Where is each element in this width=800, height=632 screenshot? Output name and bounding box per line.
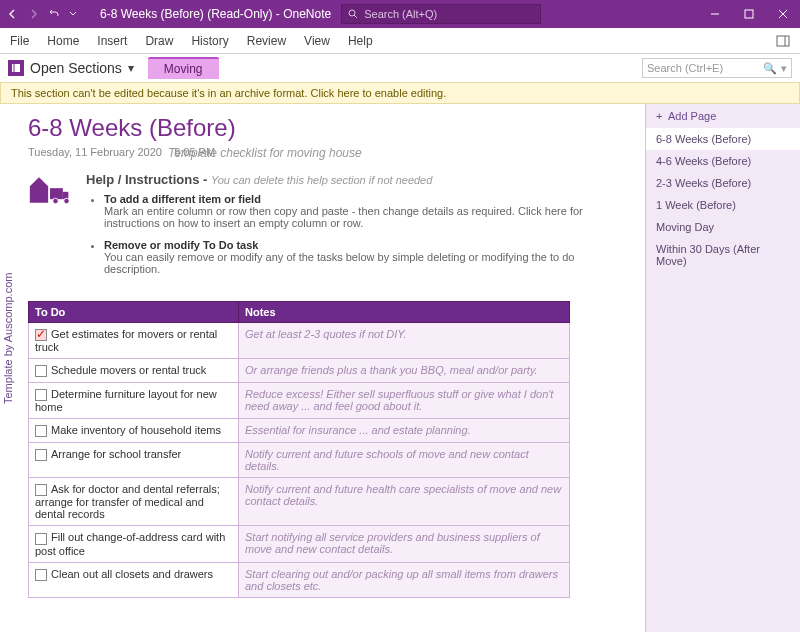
- open-sections-dropdown[interactable]: Open Sections ▾: [8, 60, 134, 76]
- ribbon-toggle-icon[interactable]: [776, 34, 790, 48]
- toolbar: Open Sections ▾ Moving Search (Ctrl+E) 🔍…: [0, 54, 800, 82]
- page-title[interactable]: 6-8 Weeks (Before): [28, 114, 621, 142]
- search-icon: [348, 9, 358, 19]
- menu-history[interactable]: History: [191, 34, 228, 48]
- document-title: 6-8 Weeks (Before) (Read-Only) - OneNote: [100, 7, 331, 21]
- table-row[interactable]: Schedule movers or rental truckOr arrang…: [29, 359, 570, 383]
- checkbox[interactable]: [35, 329, 47, 341]
- table-row[interactable]: Make inventory of household itemsEssenti…: [29, 419, 570, 443]
- checkbox[interactable]: [35, 569, 47, 581]
- table-row[interactable]: Arrange for school transferNotify curren…: [29, 443, 570, 478]
- forward-icon: [26, 7, 40, 21]
- menu-file[interactable]: File: [10, 34, 29, 48]
- menu-help[interactable]: Help: [348, 34, 373, 48]
- undo-icon[interactable]: [46, 7, 60, 21]
- help-bullets: To add a different item or fieldMark an …: [104, 193, 621, 275]
- down-icon[interactable]: [66, 7, 80, 21]
- chevron-down-icon[interactable]: ▾: [781, 62, 787, 75]
- table-row[interactable]: Determine furniture layout for new homeR…: [29, 383, 570, 419]
- menu-draw[interactable]: Draw: [145, 34, 173, 48]
- page-subtitle: Template checklist for moving house: [168, 146, 621, 160]
- table-row[interactable]: Clean out all closets and drawersStart c…: [29, 562, 570, 597]
- minimize-button[interactable]: [698, 0, 732, 28]
- page-search[interactable]: Search (Ctrl+E) 🔍 ▾: [642, 58, 792, 78]
- page-item[interactable]: Within 30 Days (After Move): [646, 238, 800, 272]
- todo-table[interactable]: To DoNotes Get estimates for movers or r…: [28, 301, 570, 598]
- page-item[interactable]: 4-6 Weeks (Before): [646, 150, 800, 172]
- notebook-icon: [8, 60, 24, 76]
- checkbox[interactable]: [35, 389, 47, 401]
- checkbox[interactable]: [35, 365, 47, 377]
- page-item[interactable]: 6-8 Weeks (Before): [646, 128, 800, 150]
- svg-rect-8: [12, 64, 20, 72]
- table-row[interactable]: Get estimates for movers or rental truck…: [29, 323, 570, 359]
- table-row[interactable]: Ask for doctor and dental referrals; arr…: [29, 478, 570, 526]
- page-item[interactable]: 2-3 Weeks (Before): [646, 172, 800, 194]
- checkbox[interactable]: [35, 533, 47, 545]
- back-icon[interactable]: [6, 7, 20, 21]
- menu-insert[interactable]: Insert: [97, 34, 127, 48]
- checkbox[interactable]: [35, 425, 47, 437]
- checkbox[interactable]: [35, 484, 47, 496]
- svg-rect-10: [50, 188, 63, 199]
- chevron-down-icon: ▾: [128, 61, 134, 75]
- svg-point-12: [53, 198, 59, 204]
- menubar: File Home Insert Draw History Review Vie…: [0, 28, 800, 54]
- close-button[interactable]: [766, 0, 800, 28]
- moving-icon: [28, 172, 72, 208]
- col-todo: To Do: [29, 302, 239, 323]
- menu-view[interactable]: View: [304, 34, 330, 48]
- col-notes: Notes: [239, 302, 570, 323]
- readonly-warning[interactable]: This section can't be edited because it'…: [0, 82, 800, 104]
- svg-point-13: [64, 198, 70, 204]
- titlebar-search[interactable]: Search (Alt+Q): [341, 4, 541, 24]
- help-heading: Help / Instructions - You can delete thi…: [86, 172, 621, 187]
- template-credit: Template by Auscomp.com: [2, 273, 14, 404]
- section-tab-moving[interactable]: Moving: [148, 57, 219, 79]
- titlebar: 6-8 Weeks (Before) (Read-Only) - OneNote…: [0, 0, 800, 28]
- checkbox[interactable]: [35, 449, 47, 461]
- page-item[interactable]: 1 Week (Before): [646, 194, 800, 216]
- page-panel: + Add Page 6-8 Weeks (Before)4-6 Weeks (…: [645, 104, 800, 632]
- svg-rect-3: [745, 10, 753, 18]
- page-item[interactable]: Moving Day: [646, 216, 800, 238]
- menu-home[interactable]: Home: [47, 34, 79, 48]
- menu-review[interactable]: Review: [247, 34, 286, 48]
- add-page-button[interactable]: + Add Page: [646, 104, 800, 128]
- search-icon: 🔍: [763, 62, 777, 75]
- svg-line-1: [354, 15, 357, 18]
- table-row[interactable]: Fill out change-of-address card with pos…: [29, 526, 570, 562]
- svg-rect-6: [777, 36, 789, 46]
- maximize-button[interactable]: [732, 0, 766, 28]
